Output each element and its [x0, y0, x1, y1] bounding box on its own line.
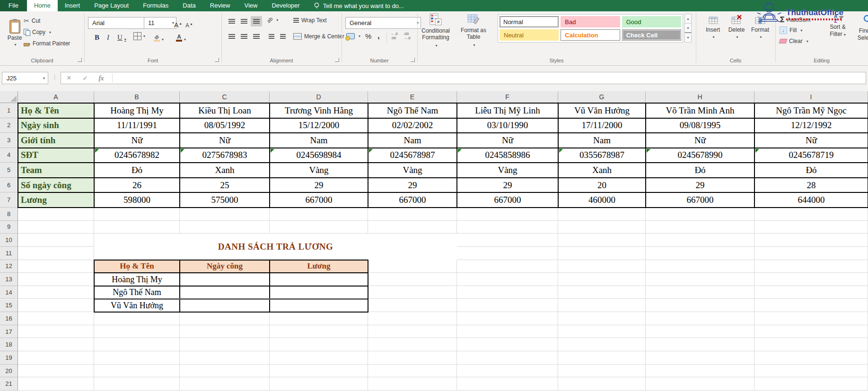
cell-G12[interactable] [558, 260, 646, 273]
merged-title-cell-B10[interactable]: DANH SÁCH TRẢ LƯƠNG [94, 234, 457, 260]
cell-G18[interactable] [558, 338, 646, 351]
cell-G17[interactable] [558, 325, 646, 339]
cell-C7[interactable]: 575000 [180, 192, 270, 208]
font-size-combo[interactable]: 11▾ [144, 17, 176, 29]
style-chip-normal[interactable]: Normal [500, 16, 559, 27]
cell-A13[interactable] [18, 273, 94, 286]
cell-D20[interactable] [270, 365, 368, 378]
cell-B21[interactable] [94, 377, 180, 391]
cell-G20[interactable] [558, 365, 646, 378]
confirm-entry-icon[interactable]: ✓ [77, 74, 93, 82]
cell-F4[interactable]: 0245858986 [457, 148, 558, 163]
cell-G7[interactable]: 460000 [558, 192, 646, 208]
cell-D17[interactable] [270, 325, 368, 339]
cell-I15[interactable] [754, 299, 868, 313]
tab-insert[interactable]: Insert [58, 0, 88, 11]
cell-H1[interactable]: Võ Trần Minh Anh [646, 103, 754, 118]
cell-I20[interactable] [754, 365, 868, 378]
accounting-format-button[interactable]: ▾ [346, 33, 360, 39]
cell-D15[interactable] [270, 299, 368, 313]
clear-button[interactable]: Clear ▾ [780, 38, 808, 44]
tab-home[interactable]: Home [27, 0, 58, 11]
row-header-9[interactable]: 9 [0, 221, 18, 234]
row-header-20[interactable]: 20 [0, 365, 18, 378]
italic-button[interactable]: I [107, 30, 109, 42]
cell-H5[interactable]: Đỏ [646, 163, 754, 178]
cell-H17[interactable] [646, 325, 754, 339]
gallery-scrollbar[interactable]: ▲▼▼ [684, 14, 692, 43]
dialog-launcher-icon[interactable] [215, 58, 219, 62]
column-header-B[interactable]: B [94, 91, 180, 103]
select-all-corner[interactable] [0, 91, 18, 103]
cell-A21[interactable] [18, 377, 94, 391]
cell-H10[interactable] [646, 234, 754, 247]
paste-button[interactable]: Paste ▾ [4, 14, 26, 52]
cell-G1[interactable]: Vũ Văn Hưởng [558, 103, 646, 118]
increase-font-button[interactable]: A▲ [174, 17, 182, 29]
cell-E6[interactable]: 29 [368, 178, 457, 193]
cell-C17[interactable] [180, 325, 270, 339]
cell-E16[interactable] [368, 312, 457, 325]
cell-C3[interactable]: Nữ [180, 133, 270, 148]
row-header-5[interactable]: 5 [0, 163, 18, 178]
cell-D9[interactable] [270, 221, 368, 234]
cell-A8[interactable] [18, 208, 94, 221]
cell-F1[interactable]: Liễu Thị Mỹ Linh [457, 103, 558, 118]
cell-A1[interactable]: Họ & Tên [18, 103, 94, 118]
row-header-19[interactable]: 19 [0, 351, 18, 365]
cell-E7[interactable]: 667000 [368, 192, 457, 208]
cut-button[interactable]: ✂ Cut [24, 16, 40, 26]
cell-B15[interactable]: Vũ Văn Hưởng [94, 299, 180, 313]
cell-C8[interactable] [180, 208, 270, 221]
cell-G6[interactable]: 20 [558, 178, 646, 193]
cell-A10[interactable] [18, 234, 94, 247]
cell-C1[interactable]: Kiều Thị Loan [180, 103, 270, 118]
cell-F2[interactable]: 03/10/1990 [457, 118, 558, 133]
cell-F14[interactable] [457, 286, 558, 299]
align-right-button[interactable] [251, 31, 262, 42]
fill-color-button[interactable]: ▾ [153, 30, 164, 42]
cell-C13[interactable] [180, 273, 270, 286]
cell-C20[interactable] [180, 365, 270, 378]
cell-E18[interactable] [368, 338, 457, 351]
cell-B12[interactable]: Họ & Tên [94, 260, 180, 273]
cell-H14[interactable] [646, 286, 754, 299]
cell-B3[interactable]: Nữ [94, 133, 180, 148]
cell-F11[interactable] [457, 247, 558, 260]
cell-F3[interactable]: Nữ [457, 133, 558, 148]
column-header-C[interactable]: C [180, 91, 270, 103]
cell-D1[interactable]: Trương Vinh Hằng [270, 103, 368, 118]
cell-F15[interactable] [457, 299, 558, 313]
align-center-button[interactable] [238, 31, 250, 42]
cell-H19[interactable] [646, 351, 754, 365]
bold-button[interactable]: B [95, 30, 99, 42]
cell-I18[interactable] [754, 338, 868, 351]
cell-I14[interactable] [754, 286, 868, 299]
cell-D18[interactable] [270, 338, 368, 351]
row-header-1[interactable]: 1 [0, 103, 18, 118]
cell-C6[interactable]: 25 [180, 178, 270, 193]
cell-A16[interactable] [18, 312, 94, 325]
cell-D14[interactable] [270, 286, 368, 299]
row-header-8[interactable]: 8 [0, 208, 18, 221]
conditional-formatting-button[interactable]: ≠ Conditional Formatting ▾ [419, 13, 452, 54]
column-header-D[interactable]: D [270, 91, 368, 103]
style-chip-neutral[interactable]: Neutral [500, 29, 559, 41]
cell-A6[interactable]: Số ngày công [18, 178, 94, 193]
column-header-G[interactable]: G [558, 91, 646, 103]
cell-H6[interactable]: 29 [646, 178, 754, 193]
cell-C21[interactable] [180, 377, 270, 391]
cell-G21[interactable] [558, 377, 646, 391]
cell-G4[interactable]: 0355678987 [558, 148, 646, 163]
dialog-launcher-icon[interactable] [411, 58, 415, 62]
cell-B9[interactable] [94, 221, 180, 234]
cell-C2[interactable]: 08/05/1992 [180, 118, 270, 133]
cell-B16[interactable] [94, 312, 180, 325]
cell-A4[interactable]: SĐT [18, 148, 94, 163]
cell-G9[interactable] [558, 221, 646, 234]
column-header-F[interactable]: F [457, 91, 558, 103]
cell-A5[interactable]: Team [18, 163, 94, 178]
row-header-10[interactable]: 10 [0, 234, 18, 247]
cell-I10[interactable] [754, 234, 868, 247]
cell-B17[interactable] [94, 325, 180, 339]
